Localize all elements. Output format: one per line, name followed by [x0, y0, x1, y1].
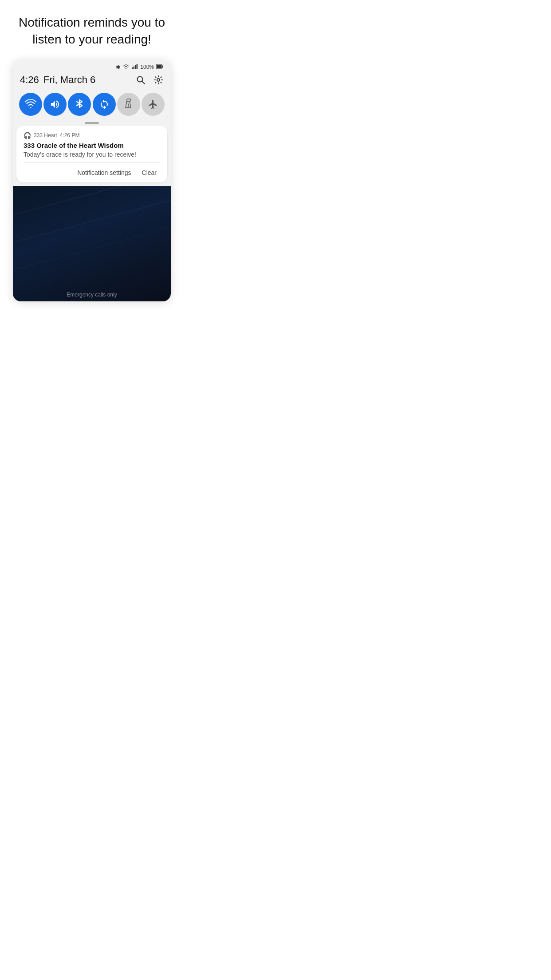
wallpaper-section: Emergency calls only [13, 186, 171, 301]
bluetooth-toggle[interactable] [68, 93, 91, 116]
notification-settings-button[interactable]: Notification settings [74, 167, 134, 178]
notification-title: 333 Oracle of the Heart Wisdom [24, 142, 160, 149]
notification-time: 4:26 PM [60, 132, 80, 138]
notification-app-name: 333 Heart [34, 132, 57, 138]
settings-button[interactable] [153, 75, 164, 85]
quick-settings-header: 4:26 Fri, March 6 [13, 72, 171, 91]
wifi-toggle[interactable] [19, 93, 42, 116]
search-button[interactable] [135, 75, 146, 85]
date-display: Fri, March 6 [43, 74, 95, 85]
bluetooth-icon: ✱ [116, 64, 121, 71]
airplane-toggle[interactable] [142, 93, 165, 116]
svg-rect-5 [157, 65, 162, 68]
notification-content: 🎧 333 Heart 4:26 PM 333 Oracle of the He… [16, 126, 167, 162]
headphones-icon: 🎧 [24, 132, 31, 139]
phone-frame: ✱ 100% [13, 60, 171, 301]
time-display: 4:26 [20, 74, 39, 85]
svg-rect-1 [134, 66, 135, 69]
svg-rect-0 [132, 67, 133, 69]
quick-toggles [13, 91, 171, 119]
svg-line-8 [142, 81, 145, 84]
svg-point-9 [157, 79, 160, 81]
svg-rect-6 [162, 65, 163, 67]
drag-bar [85, 122, 99, 124]
clear-button[interactable]: Clear [138, 167, 160, 178]
svg-rect-2 [135, 65, 136, 69]
sound-toggle[interactable] [43, 93, 67, 116]
emergency-text: Emergency calls only [67, 292, 117, 298]
drag-handle [13, 119, 171, 126]
wallpaper-lines [13, 186, 171, 301]
status-bar: ✱ 100% [13, 60, 171, 72]
notification-body: Today's orace is ready for you to receiv… [24, 151, 160, 158]
notification-meta: 🎧 333 Heart 4:26 PM [24, 132, 160, 139]
battery-icon [156, 64, 164, 71]
signal-icon [131, 64, 138, 71]
time-date: 4:26 Fri, March 6 [20, 74, 95, 86]
status-icons: ✱ 100% [116, 64, 164, 71]
svg-rect-3 [137, 64, 138, 69]
notification-card: 🎧 333 Heart 4:26 PM 333 Oracle of the He… [16, 126, 167, 182]
wifi-signal-icon [122, 64, 130, 71]
page-headline: Notification reminds you to listen to yo… [0, 0, 184, 60]
sync-toggle[interactable] [93, 93, 116, 116]
flashlight-toggle[interactable] [117, 93, 140, 116]
notification-actions: Notification settings Clear [16, 163, 167, 182]
qs-actions [135, 75, 164, 85]
battery-percentage: 100% [140, 64, 154, 70]
